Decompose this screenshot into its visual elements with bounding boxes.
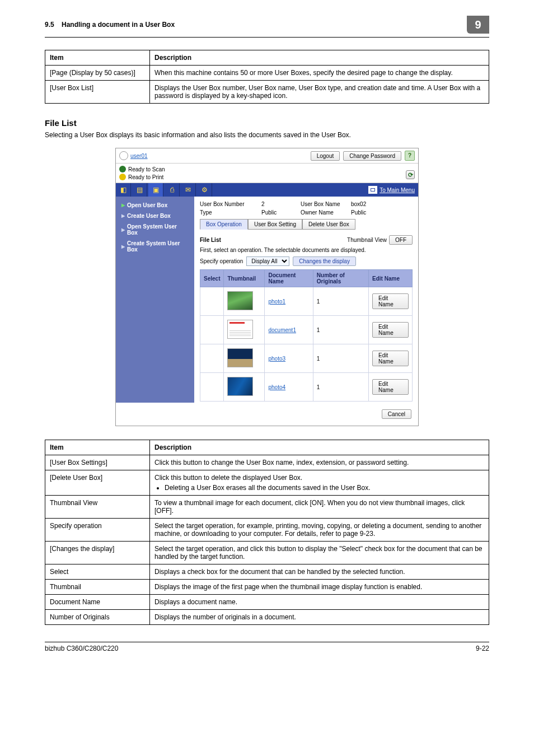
owner-name-value: Public <box>351 209 396 216</box>
doc-select-cell <box>200 344 224 373</box>
table-row: [User Box List] Displays the User Box nu… <box>45 81 489 104</box>
table-row: Specify operation Select the target oper… <box>45 519 489 542</box>
doc-thumbnail-cell <box>224 344 265 373</box>
cancel-button[interactable]: Cancel <box>382 409 411 419</box>
specify-operation-label: Specify operation <box>200 258 243 264</box>
col-thumbnail: Thumbnail <box>224 270 265 287</box>
document-link[interactable]: document1 <box>268 327 296 333</box>
user-link[interactable]: user01 <box>130 153 148 159</box>
status-ready-print: Ready to Print <box>128 174 163 180</box>
doc-select-cell <box>200 316 224 344</box>
doc-edit-cell: Edit Name <box>369 373 413 402</box>
edit-name-button[interactable]: Edit Name <box>372 322 409 338</box>
document-link[interactable]: photo4 <box>268 384 285 390</box>
doc-name-cell: photo1 <box>265 287 313 316</box>
doc-thumbnail-cell <box>224 316 265 344</box>
doc-num-cell: 1 <box>313 287 368 316</box>
status-ready-scan: Ready to Scan <box>128 166 165 172</box>
thumbnail-view-label: Thumbnail View <box>347 237 387 243</box>
chapter-number: 9 <box>467 16 489 34</box>
doc-name-cell: document1 <box>265 316 313 344</box>
doc-edit-cell: Edit Name <box>369 344 413 373</box>
tab-icon-box[interactable]: ▣ <box>148 183 163 197</box>
tab-user-box-setting[interactable]: User Box Setting <box>248 219 302 230</box>
doc-num-cell: 1 <box>313 316 368 344</box>
box-name-label: User Box Name <box>301 201 351 207</box>
owner-name-label: Owner Name <box>301 209 351 216</box>
to-main-menu-link[interactable]: To Main Menu <box>368 186 415 194</box>
file-list-lead: Selecting a User Box displays its basic … <box>45 131 489 139</box>
type-label: Type <box>200 209 261 216</box>
doc-edit-cell: Edit Name <box>369 287 413 316</box>
table-row: Document Name Displays a document name. <box>45 595 489 610</box>
doc-num-cell: 1 <box>313 344 368 373</box>
printer-status-icon <box>119 174 126 180</box>
help-icon[interactable]: ? <box>405 151 415 161</box>
col-select: Select <box>200 270 224 287</box>
tab-icon-5[interactable]: ✉ <box>181 183 196 197</box>
doc-thumbnail-cell <box>224 287 265 316</box>
col-edit-name: Edit Name <box>369 270 413 287</box>
table-row: Thumbnail View To view a thumbnail image… <box>45 496 489 519</box>
box-number-label: User Box Number <box>200 201 261 207</box>
thumbnail-view-toggle[interactable]: OFF <box>389 235 413 245</box>
box-name-value: box02 <box>351 201 396 207</box>
thumbnail-image <box>227 291 253 310</box>
table-row: [User Box Settings] Click this button to… <box>45 455 489 470</box>
document-row: photo11Edit Name <box>200 287 413 316</box>
tab-icon-print[interactable]: ⎙ <box>165 183 180 197</box>
document-row: document11Edit Name <box>200 316 413 344</box>
type-value: Public <box>261 209 301 216</box>
thumbnail-image <box>227 348 253 367</box>
doc-name-cell: photo4 <box>265 373 313 402</box>
doc-num-cell: 1 <box>313 373 368 402</box>
logout-button[interactable]: Logout <box>311 151 340 161</box>
changes-the-display-button[interactable]: Changes the display <box>293 256 356 266</box>
tab-box-operation[interactable]: Box Operation <box>200 219 248 230</box>
tab-icon-2[interactable]: ▤ <box>132 183 147 197</box>
file-list-label: File List <box>200 237 221 243</box>
file-list-heading: File List <box>45 118 489 128</box>
table-page-userboxlist: Item Description [Page (Display by 50 ca… <box>45 50 489 104</box>
col-document-name: Document Name <box>265 270 313 287</box>
change-password-button[interactable]: Change Password <box>343 151 401 161</box>
thumbnail-image <box>227 320 253 339</box>
sidebar: ▶Open User Box ▶Create User Box ▶Open Sy… <box>116 197 194 403</box>
col-number-originals: Number of Originals <box>313 270 368 287</box>
table-row: [Page (Display by 50 cases)] When this m… <box>45 66 489 81</box>
specify-operation-select[interactable]: Display All <box>246 256 289 266</box>
tab-icon-1[interactable]: ◧ <box>116 183 131 197</box>
sidebar-item-open-system-user-box[interactable]: ▶Open System User Box <box>116 221 194 238</box>
doc-edit-cell: Edit Name <box>369 316 413 344</box>
box-number-value: 2 <box>261 201 301 207</box>
document-link[interactable]: photo3 <box>268 356 285 362</box>
user-icon <box>119 151 128 160</box>
doc-select-cell <box>200 287 224 316</box>
document-link[interactable]: photo1 <box>268 298 285 305</box>
col-desc: Description <box>150 440 489 455</box>
document-row: photo41Edit Name <box>200 373 413 402</box>
refresh-icon[interactable]: ⟳ <box>406 170 415 179</box>
sidebar-item-create-system-user-box[interactable]: ▶Create System User Box <box>116 238 194 255</box>
doc-name-cell: photo3 <box>265 344 313 373</box>
col-item: Item <box>45 440 150 455</box>
thumbnail-image <box>227 377 253 396</box>
sidebar-item-open-user-box[interactable]: ▶Open User Box <box>116 200 194 211</box>
tab-delete-user-box[interactable]: Delete User Box <box>302 219 355 230</box>
footer-page: 9-22 <box>476 645 489 652</box>
table-row: Select Displays a check box for the docu… <box>45 564 489 580</box>
section-heading: 9.5 Handling a document in a User Box <box>45 21 175 29</box>
col-item: Item <box>45 50 150 66</box>
main-menu-icon <box>368 186 377 194</box>
edit-name-button[interactable]: Edit Name <box>372 293 409 309</box>
document-list-table: Select Thumbnail Document Name Number of… <box>200 269 413 402</box>
web-connection-screenshot: user01 Logout Change Password ? Ready to… <box>115 148 419 426</box>
edit-name-button[interactable]: Edit Name <box>372 379 409 395</box>
edit-name-button[interactable]: Edit Name <box>372 351 409 366</box>
instruction-text: First, select an operation. The selectab… <box>200 247 413 253</box>
doc-thumbnail-cell <box>224 373 265 402</box>
scanner-status-icon <box>119 166 126 172</box>
table-row: Number of Originals Displays the number … <box>45 610 489 625</box>
sidebar-item-create-user-box[interactable]: ▶Create User Box <box>116 211 194 221</box>
tab-icon-6[interactable]: ⚙ <box>197 183 212 197</box>
